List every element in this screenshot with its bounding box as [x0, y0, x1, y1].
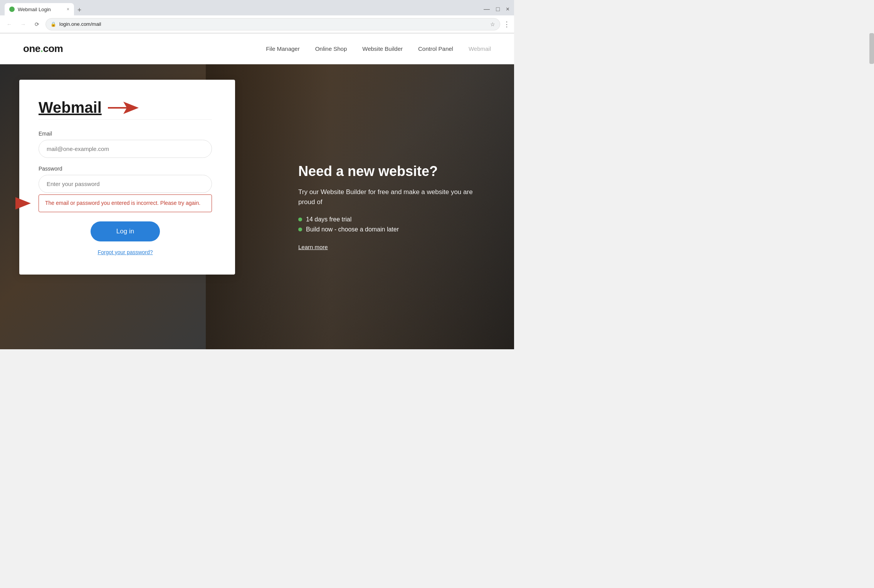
hero-title: Need a new website?	[298, 163, 491, 179]
nav-website-builder[interactable]: Website Builder	[362, 45, 403, 52]
site-header: one.com File Manager Online Shop Website…	[0, 34, 514, 64]
maximize-button[interactable]: □	[496, 6, 500, 13]
hero-bullet-2: Build now - choose a domain later	[298, 226, 491, 233]
bullet-dot-2	[298, 228, 302, 231]
arrow-svg	[108, 100, 139, 116]
login-button[interactable]: Log in	[91, 221, 160, 241]
email-input[interactable]	[39, 140, 212, 158]
site-logo[interactable]: one.com	[23, 43, 63, 55]
reload-button[interactable]: ⟳	[32, 19, 42, 30]
login-card: Webmail Email Password The email	[19, 80, 235, 275]
email-label: Email	[39, 131, 212, 137]
site-nav: File Manager Online Shop Website Builder…	[266, 45, 491, 52]
logo-com: com	[43, 43, 63, 54]
bullet-dot-1	[298, 218, 302, 221]
error-arrow-shape	[15, 197, 31, 209]
close-button[interactable]: ×	[506, 6, 509, 13]
website-content: one.com File Manager Online Shop Website…	[0, 34, 514, 349]
password-input[interactable]	[39, 175, 212, 193]
active-tab[interactable]: Webmail Login ×	[5, 3, 74, 15]
window-controls: — □ ×	[484, 6, 509, 13]
webmail-title-row: Webmail	[39, 99, 212, 116]
hero-content: Need a new website? Try our Website Buil…	[298, 163, 491, 251]
address-text: login.one.com/mail	[59, 21, 487, 27]
tab-close-button[interactable]: ×	[67, 7, 69, 12]
error-message-text: The email or password you entered is inc…	[45, 199, 200, 207]
browser-chrome: Webmail Login × + — □ × ← → ⟳ 🔒 login.on…	[0, 0, 514, 34]
browser-titlebar: Webmail Login × + — □ ×	[0, 0, 514, 15]
error-container: The email or password you entered is inc…	[39, 194, 212, 212]
error-arrow	[15, 197, 31, 209]
svg-marker-0	[108, 102, 139, 114]
lock-icon: 🔒	[50, 22, 56, 27]
minimize-button[interactable]: —	[484, 6, 490, 13]
hero-section: Need a new website? Try our Website Buil…	[0, 64, 514, 349]
hero-bullet-2-text: Build now - choose a domain later	[306, 226, 399, 233]
hero-learn-more-link[interactable]: Learn more	[298, 244, 328, 250]
bookmark-icon[interactable]: ☆	[490, 21, 495, 27]
browser-toolbar: ← → ⟳ 🔒 login.one.com/mail ☆ ⋮	[0, 15, 514, 33]
hero-bullet-1: 14 days free trial	[298, 216, 491, 223]
tab-title: Webmail Login	[18, 7, 51, 12]
forgot-password-link[interactable]: Forgot your password?	[39, 249, 212, 255]
tab-bar: Webmail Login × +	[5, 3, 484, 15]
password-label: Password	[39, 166, 212, 172]
webmail-title: Webmail	[39, 99, 102, 116]
login-divider	[39, 119, 212, 120]
tab-favicon	[9, 7, 15, 12]
nav-file-manager[interactable]: File Manager	[266, 45, 300, 52]
red-arrow-decoration	[108, 100, 139, 116]
nav-webmail[interactable]: Webmail	[469, 45, 491, 52]
nav-online-shop[interactable]: Online Shop	[315, 45, 347, 52]
address-bar[interactable]: 🔒 login.one.com/mail ☆	[45, 18, 500, 30]
nav-control-panel[interactable]: Control Panel	[418, 45, 453, 52]
forward-button[interactable]: →	[18, 19, 29, 30]
hero-subtitle: Try our Website Builder for free and mak…	[298, 187, 491, 207]
back-button[interactable]: ←	[4, 19, 15, 30]
logo-one: one	[23, 43, 40, 54]
hero-bullet-1-text: 14 days free trial	[306, 216, 351, 223]
browser-menu-button[interactable]: ⋮	[503, 20, 510, 28]
error-message-box: The email or password you entered is inc…	[39, 194, 212, 212]
hero-bullets: 14 days free trial Build now - choose a …	[298, 216, 491, 233]
new-tab-button[interactable]: +	[74, 5, 85, 15]
